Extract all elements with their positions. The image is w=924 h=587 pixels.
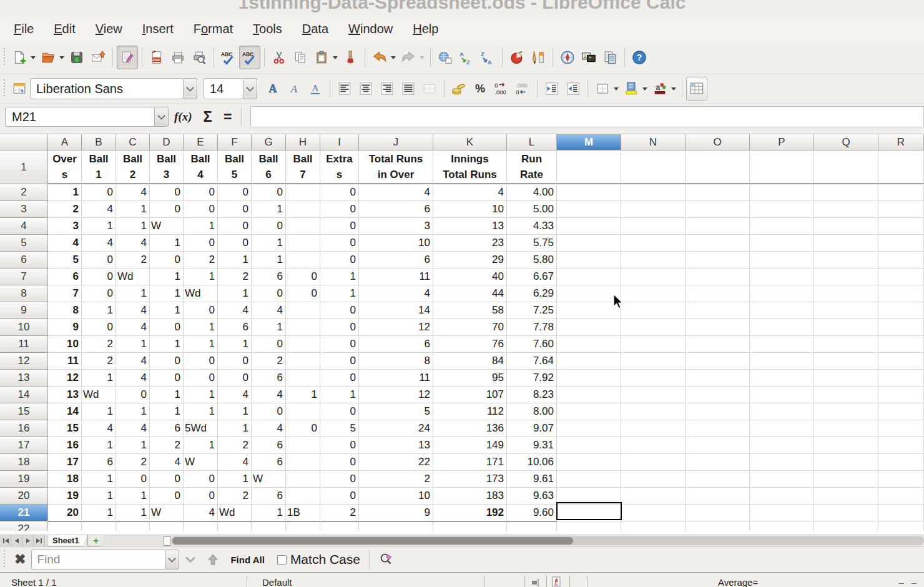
cell-O5[interactable] — [686, 235, 750, 252]
cell-B3[interactable]: 4 — [82, 201, 116, 218]
cell-H22[interactable] — [286, 521, 320, 531]
menu-window[interactable]: Window — [338, 19, 403, 39]
cell-I20[interactable]: 0 — [320, 488, 359, 505]
cell-E7[interactable]: 1 — [184, 269, 218, 285]
cell-O8[interactable] — [686, 285, 750, 302]
cell-E6[interactable]: 2 — [184, 252, 218, 269]
cell-C21[interactable]: 1 — [116, 505, 150, 521]
cell-C2[interactable]: 4 — [116, 184, 150, 201]
cell-C15[interactable]: 1 — [116, 403, 150, 420]
sheet-position[interactable]: Sheet 1 / 1 — [11, 577, 57, 587]
save-button[interactable] — [66, 46, 87, 69]
cell-N17[interactable] — [621, 437, 686, 454]
cell-K19[interactable]: 173 — [433, 471, 507, 488]
cell-H21[interactable]: 1B — [286, 505, 320, 521]
cell-G20[interactable]: 6 — [252, 488, 286, 505]
cell-L21[interactable]: 9.60 — [507, 505, 557, 521]
cell-R11[interactable] — [878, 336, 924, 353]
column-header-B[interactable]: B — [82, 134, 116, 150]
cell-P16[interactable] — [750, 420, 814, 437]
menu-insert[interactable]: Insert — [132, 19, 184, 39]
cell-Q14[interactable] — [814, 387, 878, 403]
formula-input-line[interactable] — [250, 106, 924, 127]
cell-R10[interactable] — [878, 319, 924, 336]
row-header-18[interactable]: 18 — [0, 454, 48, 471]
menu-tools[interactable]: Tools — [243, 19, 292, 39]
navigator-button[interactable] — [557, 46, 578, 69]
open-button[interactable] — [37, 46, 59, 69]
column-header-I[interactable]: I — [320, 134, 359, 150]
menu-file[interactable]: File — [4, 19, 44, 39]
cell-M5[interactable] — [557, 235, 621, 252]
cell-I9[interactable]: 0 — [320, 302, 359, 319]
cell-P11[interactable] — [750, 336, 814, 353]
cell-R9[interactable] — [878, 302, 924, 319]
cell-E15[interactable]: 1 — [184, 403, 218, 420]
cell-Q16[interactable] — [814, 420, 878, 437]
cell-L15[interactable]: 8.00 — [507, 403, 557, 420]
cell-L13[interactable]: 7.92 — [507, 370, 557, 387]
cell-Q10[interactable] — [814, 319, 878, 336]
cell-A5[interactable]: 4 — [48, 235, 82, 252]
cell-O7[interactable] — [686, 269, 750, 285]
cell-Q2[interactable] — [814, 184, 878, 201]
cell-I5[interactable]: 0 — [320, 235, 359, 252]
formula-equals-icon[interactable]: = — [224, 109, 232, 126]
cell-J4[interactable]: 3 — [359, 218, 433, 235]
cell-P6[interactable] — [750, 252, 814, 269]
cell-N2[interactable] — [621, 184, 686, 201]
cell-A11[interactable]: 10 — [48, 336, 82, 353]
cell-I22[interactable] — [320, 521, 359, 531]
insert-chart-button[interactable] — [506, 46, 528, 69]
cell-I15[interactable]: 0 — [320, 403, 359, 420]
cell-P21[interactable] — [750, 505, 814, 521]
cell-I19[interactable]: 0 — [320, 471, 359, 488]
cell-H12[interactable] — [286, 353, 320, 370]
cell-O16[interactable] — [686, 420, 750, 437]
cell-J2[interactable]: 4 — [359, 184, 433, 201]
row-header-6[interactable]: 6 — [0, 252, 48, 269]
new-document-button[interactable] — [9, 46, 30, 69]
cell-I21[interactable]: 2 — [320, 505, 359, 521]
cell-G2[interactable]: 0 — [252, 184, 286, 201]
cell-F18[interactable]: 4 — [218, 454, 252, 471]
cell-F9[interactable]: 4 — [218, 302, 252, 319]
cell-R2[interactable] — [878, 184, 924, 201]
cell-F21[interactable]: Wd — [218, 505, 252, 521]
cell-Q8[interactable] — [814, 285, 878, 302]
cell-F2[interactable]: 0 — [218, 184, 252, 201]
cell-N6[interactable] — [621, 252, 686, 269]
find-next-button[interactable] — [179, 550, 202, 570]
cell-J9[interactable]: 14 — [359, 302, 433, 319]
cell-C18[interactable]: 2 — [116, 454, 150, 471]
cell-P20[interactable] — [750, 488, 814, 505]
toolbar-grip[interactable] — [2, 48, 7, 67]
font-name-combo[interactable]: Liberation Sans — [30, 78, 184, 99]
menu-view[interactable]: View — [86, 19, 132, 39]
edit-mode-button[interactable] — [117, 46, 138, 69]
cell-J22[interactable] — [359, 521, 433, 531]
cell-L14[interactable]: 8.23 — [507, 387, 557, 403]
cell-L8[interactable]: 6.29 — [507, 285, 557, 302]
last-sheet-button[interactable] — [34, 535, 45, 546]
cell-Q13[interactable] — [814, 370, 878, 387]
cell-J10[interactable]: 12 — [359, 319, 433, 336]
cell-D14[interactable]: 1 — [150, 387, 184, 403]
cell-R5[interactable] — [878, 235, 924, 252]
cell-G14[interactable]: 4 — [252, 387, 286, 403]
cell-K4[interactable]: 13 — [433, 218, 507, 235]
cell-D2[interactable]: 0 — [150, 184, 184, 201]
cell-G9[interactable]: 4 — [252, 302, 286, 319]
toolbar-grip[interactable] — [2, 550, 7, 569]
cell-K16[interactable]: 136 — [433, 420, 507, 437]
cell-O13[interactable] — [686, 370, 750, 387]
cell-P22[interactable] — [750, 521, 814, 531]
row-header-11[interactable]: 11 — [0, 336, 48, 353]
cell-H10[interactable] — [286, 319, 320, 336]
cell-F8[interactable]: 1 — [218, 285, 252, 302]
sort-descending-button[interactable]: ZA — [477, 46, 498, 69]
merge-cells-button[interactable] — [419, 77, 440, 101]
cell-D1[interactable]: Ball 3 — [150, 150, 184, 184]
cell-N12[interactable] — [621, 353, 686, 370]
cell-M4[interactable] — [557, 218, 621, 235]
